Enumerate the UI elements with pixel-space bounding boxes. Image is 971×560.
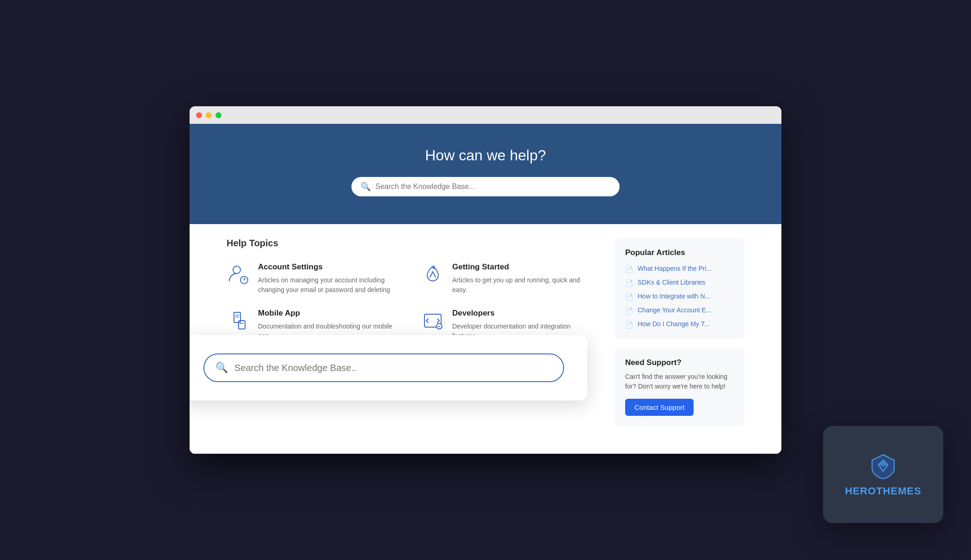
- support-card: Need Support? Can't find the answer you'…: [615, 348, 744, 426]
- document-icon: 📄: [625, 321, 633, 329]
- mobile-app-icon: [227, 309, 251, 333]
- topic-title: Mobile App: [258, 309, 402, 318]
- article-item[interactable]: 📄 SDKs & Client Libraries: [625, 279, 734, 287]
- getting-started-text: Getting Started Articles to get you up a…: [452, 262, 596, 295]
- support-description: Can't find the answer you're looking for…: [625, 372, 734, 391]
- document-icon: 📄: [625, 293, 633, 301]
- herothemes-themes-part: THEMES: [876, 485, 922, 497]
- hero-banner: How can we help? 🔍: [190, 124, 781, 224]
- popular-articles-card: Popular Articles 📄 What Happens If the P…: [615, 238, 744, 339]
- article-item[interactable]: 📄 What Happens If the Pri...: [625, 265, 734, 273]
- svg-point-1: [240, 276, 248, 284]
- floating-search-box[interactable]: 🔍: [203, 353, 564, 382]
- developers-icon: [421, 309, 445, 333]
- svg-rect-7: [239, 321, 245, 329]
- contact-support-button[interactable]: Contact Support: [625, 399, 694, 416]
- search-icon: 🔍: [215, 362, 228, 374]
- article-link[interactable]: What Happens If the Pri...: [638, 265, 712, 272]
- search-icon: 🔍: [361, 182, 371, 192]
- hero-search-input[interactable]: [375, 183, 610, 191]
- topics-grid: Account Settings Articles on managing yo…: [227, 262, 596, 341]
- hero-heading: How can we help?: [199, 147, 772, 164]
- topic-getting-started[interactable]: Getting Started Articles to get you up a…: [421, 262, 596, 295]
- topic-account-settings[interactable]: Account Settings Articles on managing yo…: [227, 262, 402, 295]
- herothemes-badge: HEROTHEMES: [823, 426, 943, 523]
- article-link[interactable]: How to Integrate with N...: [638, 292, 710, 300]
- main-content: Help Topics Account Settings A: [190, 224, 781, 454]
- document-icon: 📄: [625, 280, 633, 287]
- svg-point-0: [233, 266, 240, 274]
- topic-title: Getting Started: [452, 262, 596, 272]
- window-titlebar: [190, 106, 781, 124]
- maximize-button[interactable]: [215, 112, 221, 118]
- herothemes-brand-text: HEROTHEMES: [845, 485, 921, 497]
- document-icon: 📄: [625, 307, 633, 315]
- sidebar: Popular Articles 📄 What Happens If the P…: [615, 238, 744, 435]
- section-title: Help Topics: [227, 238, 596, 249]
- herothemes-icon: [869, 452, 897, 480]
- article-link[interactable]: Change Your Account E...: [638, 306, 712, 314]
- minimize-button[interactable]: [206, 112, 212, 118]
- floating-search-input[interactable]: [234, 363, 552, 373]
- hero-search-container[interactable]: 🔍: [351, 177, 620, 196]
- account-settings-icon: [227, 262, 251, 286]
- close-button[interactable]: [196, 112, 202, 118]
- account-settings-text: Account Settings Articles on managing yo…: [258, 262, 402, 295]
- support-title: Need Support?: [625, 358, 734, 367]
- article-item[interactable]: 📄 How to Integrate with N...: [625, 292, 734, 301]
- topic-description: Articles to get you up and running, quic…: [452, 275, 596, 295]
- article-item[interactable]: 📄 Change Your Account E...: [625, 306, 734, 315]
- herothemes-logo: HEROTHEMES: [845, 452, 921, 497]
- article-link[interactable]: SDKs & Client Libraries: [638, 279, 705, 286]
- document-icon: 📄: [625, 266, 633, 273]
- popular-articles-list: 📄 What Happens If the Pri... 📄 SDKs & Cl…: [625, 265, 734, 329]
- article-link[interactable]: How Do I Change My T...: [638, 320, 709, 328]
- article-item[interactable]: 📄 How Do I Change My T...: [625, 320, 734, 329]
- floating-search-overlay: 🔍: [190, 335, 587, 401]
- popular-articles-title: Popular Articles: [625, 248, 734, 257]
- browser-window: How can we help? 🔍 Help Topics: [190, 106, 781, 454]
- getting-started-icon: [421, 262, 445, 286]
- topic-description: Articles on managing your account includ…: [258, 275, 402, 295]
- topic-title: Account Settings: [258, 262, 402, 272]
- herothemes-hero-part: HERO: [845, 485, 876, 497]
- topic-title: Developers: [452, 309, 596, 318]
